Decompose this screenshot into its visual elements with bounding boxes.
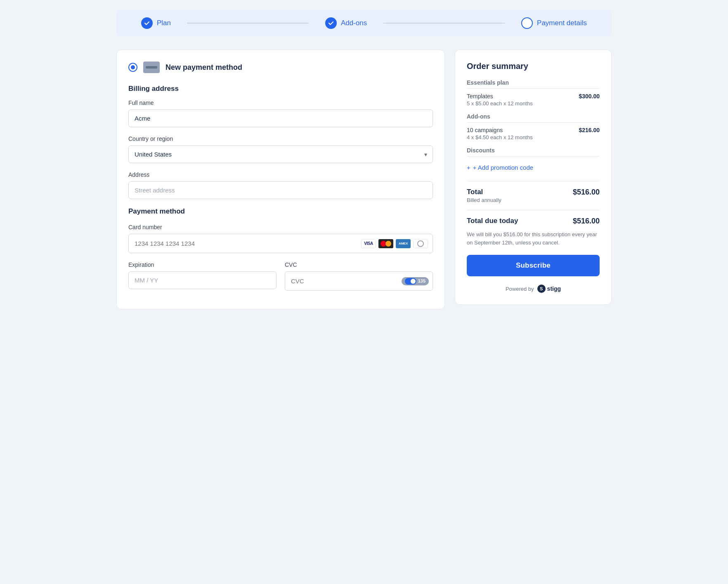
- cvc-field: CVC 135: [285, 261, 433, 291]
- templates-amount: $300.00: [579, 93, 600, 100]
- full-name-label: Full name: [128, 100, 433, 106]
- address-field: Address: [128, 171, 433, 199]
- payment-method-section: Payment method Card number VISA AMEX: [128, 207, 433, 291]
- card-logos: VISA AMEX: [361, 239, 428, 248]
- payment-form-panel: New payment method Billing address Full …: [116, 50, 445, 309]
- payment-method-header: New payment method: [128, 62, 433, 73]
- step-payment[interactable]: Payment details: [521, 17, 587, 29]
- card-number-wrapper: VISA AMEX: [128, 234, 433, 253]
- campaigns-amount: $216.00: [579, 127, 600, 133]
- cvc-label: CVC: [285, 261, 433, 268]
- payment-radio[interactable]: [128, 63, 137, 72]
- stigg-icon: [537, 285, 546, 293]
- step-plan[interactable]: Plan: [141, 17, 171, 29]
- card-expiry-cvc-row: Expiration CVC 135: [128, 261, 433, 291]
- billed-label: Billed annually: [467, 197, 501, 203]
- address-label: Address: [128, 171, 433, 178]
- expiry-label: Expiration: [128, 261, 277, 268]
- step-addons[interactable]: Add-ons: [325, 17, 367, 29]
- addons-section-label: Add-ons: [467, 113, 600, 123]
- total-divider: [467, 181, 600, 181]
- add-promo-label: + Add promotion code: [473, 164, 533, 171]
- total-due-divider: [467, 210, 600, 210]
- addons-label: Add-ons: [341, 19, 367, 27]
- payment-method-title: New payment method: [165, 63, 242, 72]
- card-number-label: Card number: [128, 224, 433, 230]
- stigg-brand-text: stigg: [547, 285, 561, 292]
- templates-line: Templates 5 x $5.00 each x 12 months $30…: [467, 93, 600, 107]
- country-select-wrapper: United States Canada United Kingdom Aust…: [128, 145, 433, 163]
- main-content: New payment method Billing address Full …: [116, 50, 612, 309]
- order-summary-title: Order summary: [467, 62, 600, 71]
- total-due-amount: $516.00: [573, 217, 600, 226]
- step-divider-2: [383, 23, 505, 24]
- total-due-row: Total due today $516.00: [467, 217, 600, 226]
- country-label: Country or region: [128, 135, 433, 142]
- powered-by-footer: Powered by stigg: [467, 285, 600, 293]
- country-field: Country or region United States Canada U…: [128, 135, 433, 163]
- payment-pending-icon: [521, 17, 533, 29]
- expiry-input[interactable]: [128, 271, 277, 289]
- templates-detail: 5 x $5.00 each x 12 months: [467, 100, 533, 107]
- total-due-label: Total due today: [467, 217, 518, 225]
- discounts-section: Discounts + + Add promotion code: [467, 147, 600, 174]
- address-input[interactable]: [128, 181, 433, 199]
- discounts-section-label: Discounts: [467, 147, 600, 157]
- billing-section-title: Billing address: [128, 85, 433, 93]
- card-placeholder-icon: [143, 62, 160, 73]
- stigg-logo: stigg: [537, 285, 561, 293]
- payment-label: Payment details: [537, 19, 587, 27]
- billing-notice: We will bill you $516.00 for this subscr…: [467, 230, 600, 247]
- templates-name: Templates: [467, 93, 533, 100]
- total-row: Total Billed annually $516.00: [467, 188, 600, 203]
- subscribe-button[interactable]: Subscribe: [467, 255, 600, 276]
- amex-icon: AMEX: [396, 239, 411, 248]
- visa-icon: VISA: [361, 239, 376, 248]
- order-summary-panel: Order summary Essentials plan Templates …: [455, 50, 612, 305]
- total-label: Total: [467, 188, 501, 196]
- payment-section-title: Payment method: [128, 207, 433, 216]
- expiry-field: Expiration: [128, 261, 277, 291]
- add-promo-plus-icon: +: [467, 164, 470, 171]
- campaigns-name: 10 campaigns: [467, 127, 533, 133]
- plan-section: Essentials plan Templates 5 x $5.00 each…: [467, 79, 600, 107]
- plan-label: Plan: [157, 19, 171, 27]
- card-number-field: Card number VISA AMEX: [128, 224, 433, 253]
- plan-section-label: Essentials plan: [467, 79, 600, 89]
- steps-bar: Plan Add-ons Payment details: [116, 10, 612, 36]
- campaigns-detail: 4 x $4.50 each x 12 months: [467, 134, 533, 140]
- toggle-icon: [405, 278, 416, 285]
- add-promo-button[interactable]: + + Add promotion code: [467, 161, 533, 174]
- country-select[interactable]: United States Canada United Kingdom Aust…: [128, 145, 433, 163]
- billing-address-section: Billing address Full name Country or reg…: [128, 85, 433, 199]
- cvc-wrapper: 135: [285, 271, 433, 291]
- total-amount: $516.00: [573, 188, 600, 197]
- step-divider-1: [187, 23, 309, 24]
- addons-section: Add-ons 10 campaigns 4 x $4.50 each x 12…: [467, 113, 600, 140]
- campaigns-line: 10 campaigns 4 x $4.50 each x 12 months …: [467, 127, 600, 140]
- plan-complete-icon: [141, 17, 153, 29]
- full-name-field: Full name: [128, 100, 433, 127]
- diners-icon: [413, 239, 428, 248]
- cvc-badge: 135: [402, 277, 429, 285]
- powered-by-text: Powered by: [506, 286, 534, 292]
- mastercard-icon: [378, 239, 393, 248]
- addons-complete-icon: [325, 17, 337, 29]
- full-name-input[interactable]: [128, 109, 433, 127]
